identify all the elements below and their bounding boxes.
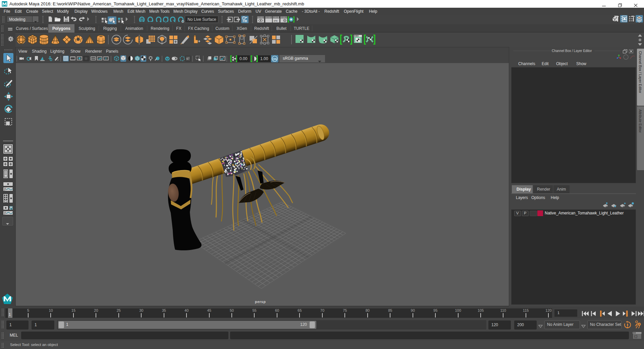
svg-text:IPR: IPR — [274, 20, 278, 22]
svg-text:{;}: {;} — [634, 335, 638, 338]
svg-text:ON: ON — [273, 57, 277, 61]
svg-text:T: T — [105, 57, 107, 60]
